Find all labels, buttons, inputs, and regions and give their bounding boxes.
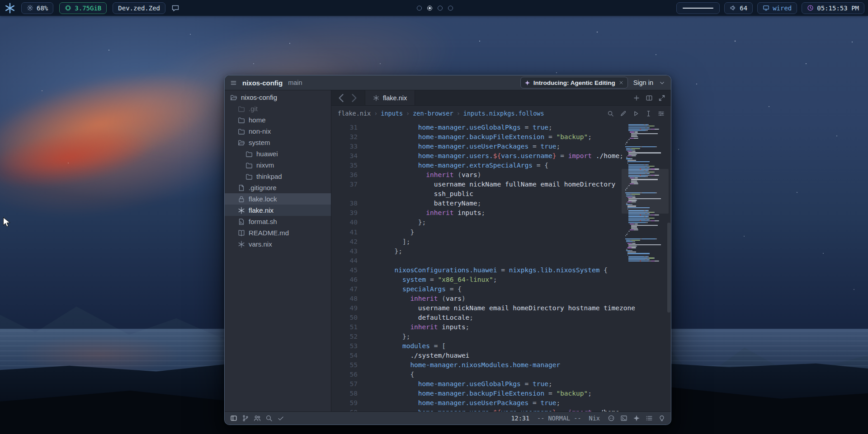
breadcrumb-segment[interactable]: inputs: [381, 110, 403, 117]
code-line[interactable]: 35 home-manager.extraSpecialArgs = {: [331, 161, 671, 170]
cursor-position[interactable]: 12:31: [511, 415, 529, 422]
code-line[interactable]: 57 home-manager.useGlobalPkgs = true;: [331, 379, 671, 389]
tree-item-flake.nix[interactable]: flake.nix: [225, 205, 331, 216]
workspace-dot-3[interactable]: [438, 5, 443, 10]
workspace-dot-4[interactable]: [448, 5, 453, 10]
code-line[interactable]: 46 system = "x86_64-linux";: [331, 275, 671, 285]
tree-item-home[interactable]: home: [225, 114, 331, 126]
volume-widget[interactable]: 64: [724, 2, 753, 14]
code-line[interactable]: 36 inherit (vars): [331, 170, 671, 180]
folder-icon: [245, 162, 253, 169]
tree-item-flake.lock[interactable]: flake.lock: [225, 193, 331, 205]
code-line[interactable]: 47 specialArgs = {: [331, 285, 671, 294]
tree-item-non-nix[interactable]: non-nix: [225, 126, 331, 137]
tree-item-.git[interactable]: .git: [225, 103, 331, 114]
search-icon[interactable]: [265, 415, 273, 422]
cpu-widget[interactable]: 68%: [21, 2, 53, 14]
tree-item-nixos-config[interactable]: nixos-config: [225, 92, 331, 103]
clock-widget[interactable]: 05:15:53 PM: [802, 2, 864, 14]
code-line[interactable]: 45 nixosConfigurations.huawei = nixpkgs.…: [331, 266, 671, 275]
people-icon[interactable]: [254, 415, 261, 422]
code-editor[interactable]: 31 home-manager.useGlobalPkgs = true;32 …: [331, 121, 671, 411]
chevron-down-icon[interactable]: [659, 79, 665, 86]
branch-icon[interactable]: [242, 415, 249, 422]
tree-item-thinkpad[interactable]: thinkpad: [225, 171, 331, 182]
code-line[interactable]: 43 };: [331, 247, 671, 256]
nixos-logo-icon[interactable]: [5, 3, 15, 14]
tree-item-huawei[interactable]: huawei: [225, 148, 331, 159]
lamp-icon[interactable]: [658, 415, 665, 422]
tree-item-.gitignore[interactable]: .gitignore: [225, 182, 331, 193]
expand-icon[interactable]: [658, 94, 665, 102]
language-selector[interactable]: Nix: [589, 415, 600, 422]
scrollbar[interactable]: [667, 121, 670, 411]
code-line[interactable]: ssh_public: [331, 189, 671, 199]
code-line[interactable]: 32 home-manager.backupFileExtension = "b…: [331, 132, 671, 142]
memory-widget[interactable]: 3.75GiB: [59, 2, 107, 14]
tree-item-system[interactable]: system: [225, 137, 331, 148]
tree-item-format.sh[interactable]: format.sh: [225, 216, 331, 227]
code-line[interactable]: 34 home-manager.users.${vars.username} =…: [331, 151, 671, 161]
panel-icon[interactable]: [230, 415, 237, 422]
breadcrumb[interactable]: flake.nix›inputs›zen-browser›inputs.nixp…: [338, 110, 544, 117]
code-line[interactable]: 31 home-manager.useGlobalPkgs = true;: [331, 123, 671, 132]
search-icon[interactable]: [607, 110, 614, 117]
code-line[interactable]: 37 username nickName fullName email home…: [331, 180, 671, 189]
sliders-icon[interactable]: [658, 110, 665, 117]
code-line[interactable]: 53 modules = [: [331, 341, 671, 351]
pencil-icon[interactable]: [620, 110, 627, 117]
breadcrumb-segment[interactable]: flake.nix: [338, 110, 371, 117]
code-line[interactable]: 44: [331, 256, 671, 266]
sparkle-icon[interactable]: [633, 415, 640, 422]
breadcrumb-segment[interactable]: inputs.nixpkgs.follows: [463, 110, 544, 117]
play-icon[interactable]: [632, 110, 639, 117]
list-icon[interactable]: [646, 415, 653, 422]
chat-icon[interactable]: [171, 4, 179, 12]
line-number: 47: [331, 285, 358, 294]
minimap-viewport[interactable]: [622, 169, 669, 214]
forward-button[interactable]: [348, 92, 360, 104]
agentic-editing-banner[interactable]: Introducing: Agentic Editing: [520, 77, 628, 89]
tree-item-README.md[interactable]: README.md: [225, 227, 331, 238]
project-name[interactable]: nixos-config: [242, 79, 283, 87]
memory-usage: 3.75GiB: [75, 5, 101, 12]
sign-in-button[interactable]: Sign in: [633, 79, 653, 86]
workspace-dot-2[interactable]: [427, 5, 432, 10]
code-line[interactable]: 55 home-manager.nixosModules.home-manage…: [331, 360, 671, 370]
tab-flake-nix[interactable]: flake.nix: [365, 90, 415, 105]
code-line[interactable]: 33 home-manager.useUserPackages = true;: [331, 142, 671, 151]
ibeam-icon[interactable]: [645, 110, 652, 117]
brightness-slider[interactable]: [676, 2, 720, 14]
git-branch[interactable]: main: [288, 79, 302, 86]
code-line[interactable]: 49 username nickName email homeDirectory…: [331, 303, 671, 313]
tree-item-nixvm[interactable]: nixvm: [225, 159, 331, 171]
minimap[interactable]: [624, 124, 666, 262]
code-line[interactable]: 58 home-manager.backupFileExtension = "b…: [331, 389, 671, 398]
close-icon[interactable]: [618, 80, 624, 85]
network-widget[interactable]: wired: [757, 2, 797, 14]
code-line[interactable]: 39 inherit inputs;: [331, 208, 671, 218]
back-button[interactable]: [335, 92, 348, 104]
breadcrumb-segment[interactable]: zen-browser: [413, 110, 453, 117]
code-line[interactable]: 60 home-manager.users.${vars.username} =…: [331, 408, 671, 411]
plus-icon[interactable]: [633, 94, 640, 102]
code-line[interactable]: 56 {: [331, 370, 671, 379]
copilot-icon[interactable]: [608, 415, 615, 422]
split-icon[interactable]: [646, 94, 653, 102]
scrollbar-thumb[interactable]: [667, 223, 670, 313]
code-line[interactable]: 50 defaultLocale;: [331, 313, 671, 322]
code-line[interactable]: 41 }: [331, 228, 671, 237]
code-line[interactable]: 40 };: [331, 218, 671, 227]
code-line[interactable]: 38 batteryName;: [331, 199, 671, 208]
code-line[interactable]: 48 inherit (vars): [331, 294, 671, 303]
code-line[interactable]: 42 ];: [331, 237, 671, 247]
check-icon[interactable]: [277, 415, 284, 422]
code-line[interactable]: 52 };: [331, 332, 671, 341]
tree-item-vars.nix[interactable]: vars.nix: [225, 238, 331, 250]
workspace-dot-1[interactable]: [417, 5, 422, 10]
code-line[interactable]: 54 ./system/huawei: [331, 351, 671, 360]
code-line[interactable]: 59 home-manager.useUserPackages = true;: [331, 398, 671, 408]
code-line[interactable]: 51 inherit inputs;: [331, 322, 671, 332]
menu-icon[interactable]: [230, 79, 237, 86]
terminal-icon[interactable]: [620, 415, 627, 422]
